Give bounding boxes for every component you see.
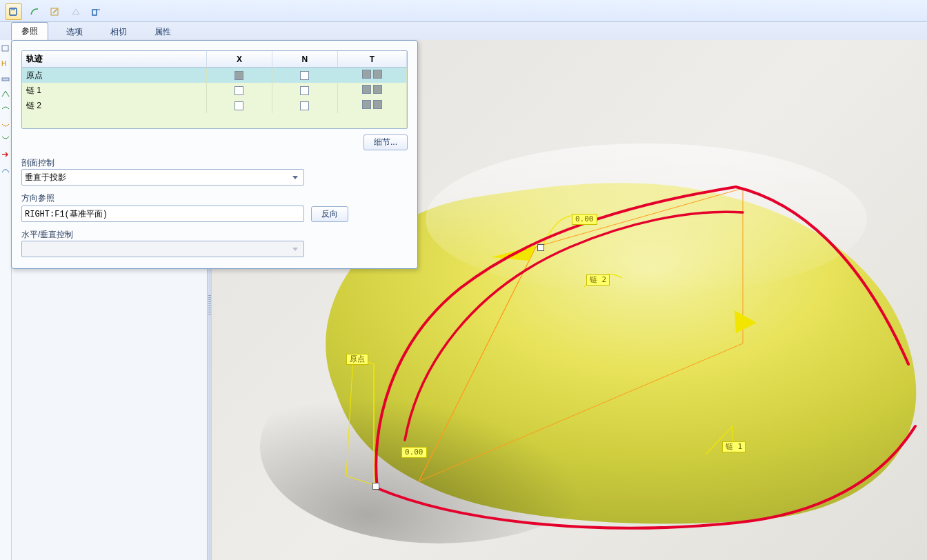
col-n[interactable]: N bbox=[272, 51, 337, 68]
col-x[interactable]: X bbox=[207, 51, 272, 68]
rail-icon-2[interactable]: H bbox=[1, 59, 10, 68]
col-t[interactable]: T bbox=[337, 51, 406, 68]
direction-ref-value: RIGHT:F1(基准平面) bbox=[25, 208, 108, 220]
rail-icon-6[interactable] bbox=[1, 120, 10, 128]
row-name: 链 2 bbox=[22, 98, 207, 113]
rail-icon-arrow[interactable] bbox=[1, 150, 10, 159]
chk-n[interactable] bbox=[300, 86, 309, 95]
tab-options[interactable]: 选项 bbox=[57, 23, 92, 41]
tb-btn-edit[interactable] bbox=[47, 3, 63, 20]
tab-properties[interactable]: 属性 bbox=[145, 23, 181, 41]
rail-icon-5[interactable] bbox=[1, 105, 10, 113]
chevron-down-icon bbox=[292, 176, 298, 179]
table-row[interactable]: 链 2 bbox=[22, 98, 407, 113]
table-row[interactable]: 链 1 bbox=[22, 83, 407, 98]
tb-btn-insert[interactable] bbox=[68, 3, 84, 20]
direction-ref-field[interactable]: RIGHT:F1(基准平面) bbox=[21, 206, 304, 222]
left-rail: H bbox=[0, 40, 12, 560]
dim-label-origin: 原点 bbox=[346, 354, 368, 365]
references-panel: 轨迹 X N T 原点 链 1 bbox=[11, 40, 418, 269]
trajectory-table[interactable]: 轨迹 X N T 原点 链 1 bbox=[21, 50, 408, 129]
tabstrip: 参照 选项 相切 属性 bbox=[0, 22, 927, 41]
hv-control-combo bbox=[21, 241, 304, 257]
chk-x[interactable] bbox=[235, 86, 243, 95]
tab-tangency[interactable]: 相切 bbox=[101, 23, 137, 41]
surface-shade bbox=[260, 350, 619, 543]
rail-icon-last[interactable] bbox=[1, 166, 10, 174]
rail-icon-1[interactable] bbox=[1, 44, 10, 52]
row-name: 链 1 bbox=[22, 83, 207, 98]
handle-top-start[interactable] bbox=[537, 244, 544, 251]
tb-btn-sweep-section[interactable] bbox=[6, 3, 22, 20]
rail-icon-7[interactable] bbox=[1, 135, 10, 143]
dim-label-top: 0.00 bbox=[572, 214, 597, 225]
table-row[interactable]: 原点 bbox=[22, 68, 407, 83]
chevron-down-icon bbox=[292, 248, 298, 251]
chk-t1[interactable] bbox=[362, 100, 371, 109]
chk-n[interactable] bbox=[300, 71, 309, 80]
section-control-combo[interactable]: 垂直于投影 bbox=[21, 169, 304, 186]
table-filler bbox=[22, 113, 407, 128]
chk-x[interactable] bbox=[235, 101, 243, 110]
toolbar bbox=[0, 0, 927, 22]
dim-label-bottom: 0.00 bbox=[401, 447, 427, 458]
dim-label-chain2: 链 2 bbox=[586, 274, 610, 286]
reverse-button[interactable]: 反向 bbox=[311, 206, 348, 222]
handle-bottom-start[interactable] bbox=[372, 483, 379, 490]
tb-btn-datum[interactable] bbox=[88, 3, 105, 20]
hv-control-label: 水平/垂直控制 bbox=[21, 229, 408, 241]
chk-t2[interactable] bbox=[373, 70, 382, 79]
surface-highlight bbox=[426, 143, 867, 295]
chk-t2[interactable] bbox=[373, 100, 382, 109]
rail-icon-4[interactable] bbox=[1, 90, 10, 98]
tb-btn-trajectory[interactable] bbox=[26, 3, 43, 20]
chk-n[interactable] bbox=[300, 101, 309, 110]
details-button[interactable]: 细节... bbox=[363, 134, 408, 150]
chk-t1[interactable] bbox=[362, 70, 371, 79]
chk-t1[interactable] bbox=[362, 85, 371, 94]
chk-t2[interactable] bbox=[373, 85, 382, 94]
svg-rect-2 bbox=[92, 10, 97, 15]
svg-rect-3 bbox=[2, 46, 8, 51]
rail-icon-3[interactable] bbox=[1, 74, 10, 83]
row-name: 原点 bbox=[22, 68, 207, 83]
svg-rect-5 bbox=[2, 78, 9, 81]
section-control-label: 剖面控制 bbox=[21, 157, 408, 169]
col-traj[interactable]: 轨迹 bbox=[22, 51, 207, 68]
tab-references[interactable]: 参照 bbox=[11, 22, 48, 41]
dim-label-chain1: 链 1 bbox=[722, 441, 746, 452]
svg-text:H: H bbox=[1, 60, 6, 68]
direction-ref-label: 方向参照 bbox=[21, 192, 408, 204]
chk-x[interactable] bbox=[235, 71, 243, 80]
app-root: 参照 选项 相切 属性 H bbox=[0, 0, 927, 560]
section-control-value: 垂直于投影 bbox=[25, 172, 66, 183]
